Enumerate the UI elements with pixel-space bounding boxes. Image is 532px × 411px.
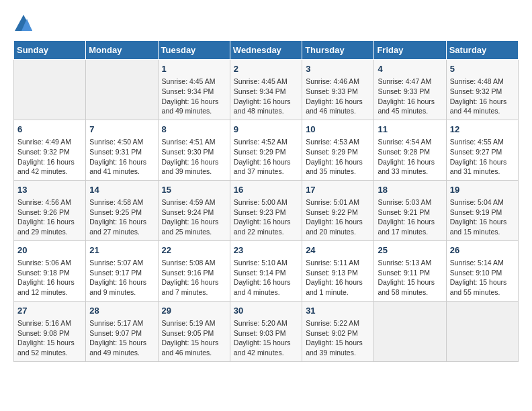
day-number: 3 [306, 63, 370, 75]
calendar-cell: 16Sunrise: 5:00 AM Sunset: 9:23 PM Dayli… [230, 180, 302, 240]
calendar-header-monday: Monday [86, 41, 158, 60]
calendar-cell [14, 60, 86, 120]
calendar-week-row: 20Sunrise: 5:06 AM Sunset: 9:18 PM Dayli… [14, 240, 519, 301]
calendar-cell [446, 301, 518, 361]
day-number: 20 [17, 244, 82, 257]
calendar-header-tuesday: Tuesday [158, 41, 230, 60]
day-number: 6 [17, 124, 82, 136]
day-number: 2 [234, 63, 298, 75]
calendar-cell: 15Sunrise: 4:59 AM Sunset: 9:24 PM Dayli… [158, 180, 230, 240]
day-info: Sunrise: 4:58 AM Sunset: 9:25 PM Dayligh… [89, 197, 154, 237]
calendar-header-thursday: Thursday [302, 41, 374, 60]
calendar-cell: 24Sunrise: 5:11 AM Sunset: 9:13 PM Dayli… [302, 240, 374, 301]
calendar-week-row: 6Sunrise: 4:49 AM Sunset: 9:32 PM Daylig… [14, 120, 519, 180]
day-info: Sunrise: 4:45 AM Sunset: 9:34 PM Dayligh… [234, 77, 298, 116]
calendar-cell: 10Sunrise: 4:53 AM Sunset: 9:29 PM Dayli… [302, 120, 374, 180]
day-info: Sunrise: 4:47 AM Sunset: 9:33 PM Dayligh… [378, 77, 442, 116]
day-info: Sunrise: 5:17 AM Sunset: 9:07 PM Dayligh… [89, 318, 154, 358]
day-number: 13 [17, 184, 82, 196]
day-info: Sunrise: 5:20 AM Sunset: 9:03 PM Dayligh… [234, 318, 298, 358]
day-number: 15 [162, 184, 226, 196]
calendar-cell: 23Sunrise: 5:10 AM Sunset: 9:14 PM Dayli… [230, 240, 302, 301]
page-header [13, 13, 519, 34]
calendar-cell: 20Sunrise: 5:06 AM Sunset: 9:18 PM Dayli… [14, 240, 86, 301]
day-number: 30 [234, 305, 298, 317]
day-number: 12 [450, 124, 515, 136]
day-number: 28 [89, 305, 154, 317]
calendar-cell: 14Sunrise: 4:58 AM Sunset: 9:25 PM Dayli… [86, 180, 158, 240]
calendar-cell: 29Sunrise: 5:19 AM Sunset: 9:05 PM Dayli… [158, 301, 230, 361]
calendar-cell: 13Sunrise: 4:56 AM Sunset: 9:26 PM Dayli… [14, 180, 86, 240]
calendar-cell: 17Sunrise: 5:01 AM Sunset: 9:22 PM Dayli… [302, 180, 374, 240]
calendar-cell: 19Sunrise: 5:04 AM Sunset: 9:19 PM Dayli… [446, 180, 518, 240]
logo-icon [13, 13, 34, 34]
day-info: Sunrise: 5:19 AM Sunset: 9:05 PM Dayligh… [162, 318, 226, 358]
calendar-cell: 9Sunrise: 4:52 AM Sunset: 9:29 PM Daylig… [230, 120, 302, 180]
calendar-cell: 8Sunrise: 4:51 AM Sunset: 9:30 PM Daylig… [158, 120, 230, 180]
day-number: 8 [162, 124, 226, 136]
day-number: 23 [234, 244, 298, 257]
day-info: Sunrise: 4:50 AM Sunset: 9:31 PM Dayligh… [89, 137, 154, 177]
day-info: Sunrise: 5:07 AM Sunset: 9:17 PM Dayligh… [89, 258, 154, 298]
day-info: Sunrise: 5:16 AM Sunset: 9:08 PM Dayligh… [17, 318, 82, 358]
day-info: Sunrise: 4:49 AM Sunset: 9:32 PM Dayligh… [17, 137, 82, 177]
calendar-week-row: 27Sunrise: 5:16 AM Sunset: 9:08 PM Dayli… [14, 301, 519, 361]
calendar-cell: 12Sunrise: 4:55 AM Sunset: 9:27 PM Dayli… [446, 120, 518, 180]
calendar-cell: 11Sunrise: 4:54 AM Sunset: 9:28 PM Dayli… [374, 120, 446, 180]
day-number: 7 [89, 124, 154, 136]
day-number: 1 [162, 63, 226, 75]
day-info: Sunrise: 4:56 AM Sunset: 9:26 PM Dayligh… [17, 197, 82, 237]
calendar-cell: 7Sunrise: 4:50 AM Sunset: 9:31 PM Daylig… [86, 120, 158, 180]
calendar-cell: 30Sunrise: 5:20 AM Sunset: 9:03 PM Dayli… [230, 301, 302, 361]
day-number: 14 [89, 184, 154, 196]
day-info: Sunrise: 4:54 AM Sunset: 9:28 PM Dayligh… [378, 137, 442, 177]
day-info: Sunrise: 5:03 AM Sunset: 9:21 PM Dayligh… [378, 197, 442, 237]
calendar-header-wednesday: Wednesday [230, 41, 302, 60]
calendar-header-sunday: Sunday [14, 41, 86, 60]
day-number: 19 [450, 184, 515, 196]
calendar-cell: 5Sunrise: 4:48 AM Sunset: 9:32 PM Daylig… [446, 60, 518, 120]
day-number: 10 [306, 124, 370, 136]
calendar-cell: 6Sunrise: 4:49 AM Sunset: 9:32 PM Daylig… [14, 120, 86, 180]
day-info: Sunrise: 4:48 AM Sunset: 9:32 PM Dayligh… [450, 77, 515, 116]
day-number: 22 [162, 244, 226, 257]
day-number: 27 [17, 305, 82, 317]
day-info: Sunrise: 5:00 AM Sunset: 9:23 PM Dayligh… [234, 197, 298, 237]
calendar-week-row: 13Sunrise: 4:56 AM Sunset: 9:26 PM Dayli… [14, 180, 519, 240]
calendar-cell: 1Sunrise: 4:45 AM Sunset: 9:34 PM Daylig… [158, 60, 230, 120]
day-info: Sunrise: 5:01 AM Sunset: 9:22 PM Dayligh… [306, 197, 370, 237]
calendar-header-row: SundayMondayTuesdayWednesdayThursdayFrid… [14, 41, 519, 60]
calendar-cell: 27Sunrise: 5:16 AM Sunset: 9:08 PM Dayli… [14, 301, 86, 361]
day-info: Sunrise: 5:22 AM Sunset: 9:02 PM Dayligh… [306, 318, 370, 358]
calendar-cell: 4Sunrise: 4:47 AM Sunset: 9:33 PM Daylig… [374, 60, 446, 120]
day-info: Sunrise: 4:55 AM Sunset: 9:27 PM Dayligh… [450, 137, 515, 177]
day-number: 11 [378, 124, 442, 136]
day-number: 25 [378, 244, 442, 257]
day-info: Sunrise: 5:06 AM Sunset: 9:18 PM Dayligh… [17, 258, 82, 298]
logo [13, 13, 36, 34]
day-number: 18 [378, 184, 442, 196]
calendar-header-friday: Friday [374, 41, 446, 60]
day-number: 5 [450, 63, 515, 75]
day-info: Sunrise: 4:52 AM Sunset: 9:29 PM Dayligh… [234, 137, 298, 177]
day-number: 26 [450, 244, 515, 257]
day-info: Sunrise: 5:08 AM Sunset: 9:16 PM Dayligh… [162, 258, 226, 298]
calendar-cell: 28Sunrise: 5:17 AM Sunset: 9:07 PM Dayli… [86, 301, 158, 361]
day-info: Sunrise: 5:14 AM Sunset: 9:10 PM Dayligh… [450, 258, 515, 298]
calendar-cell: 18Sunrise: 5:03 AM Sunset: 9:21 PM Dayli… [374, 180, 446, 240]
calendar-cell: 2Sunrise: 4:45 AM Sunset: 9:34 PM Daylig… [230, 60, 302, 120]
calendar-cell: 22Sunrise: 5:08 AM Sunset: 9:16 PM Dayli… [158, 240, 230, 301]
calendar-cell: 31Sunrise: 5:22 AM Sunset: 9:02 PM Dayli… [302, 301, 374, 361]
day-info: Sunrise: 5:10 AM Sunset: 9:14 PM Dayligh… [234, 258, 298, 298]
calendar-cell: 3Sunrise: 4:46 AM Sunset: 9:33 PM Daylig… [302, 60, 374, 120]
calendar-cell: 21Sunrise: 5:07 AM Sunset: 9:17 PM Dayli… [86, 240, 158, 301]
day-number: 16 [234, 184, 298, 196]
day-info: Sunrise: 4:59 AM Sunset: 9:24 PM Dayligh… [162, 197, 226, 237]
day-info: Sunrise: 4:46 AM Sunset: 9:33 PM Dayligh… [306, 77, 370, 116]
calendar-header-saturday: Saturday [446, 41, 518, 60]
day-info: Sunrise: 4:45 AM Sunset: 9:34 PM Dayligh… [162, 77, 226, 116]
day-number: 21 [89, 244, 154, 257]
day-info: Sunrise: 4:53 AM Sunset: 9:29 PM Dayligh… [306, 137, 370, 177]
day-info: Sunrise: 5:04 AM Sunset: 9:19 PM Dayligh… [450, 197, 515, 237]
calendar-table: SundayMondayTuesdayWednesdayThursdayFrid… [13, 40, 519, 362]
